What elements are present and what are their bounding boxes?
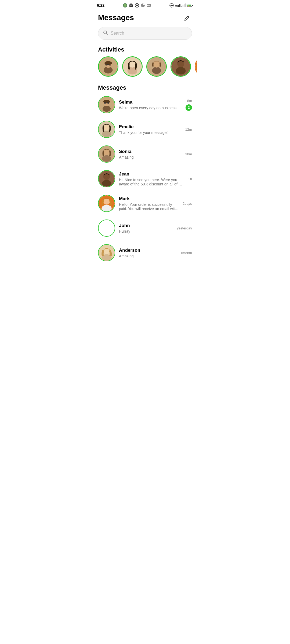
status-app-icons — [123, 3, 151, 8]
search-container: Search — [93, 25, 197, 44]
pencil-icon — [184, 15, 190, 21]
message-item-jean[interactable]: Jean Hi! Nice to see you here. Were you … — [93, 166, 197, 191]
message-meta-jean: 1h — [188, 177, 192, 181]
message-item-mark[interactable]: Mark Hello! Your order is successfully p… — [93, 191, 197, 216]
message-badge-selma: 2 — [186, 104, 192, 111]
avatar-anderson — [98, 244, 115, 261]
avatar-mark — [98, 195, 115, 212]
message-time-mark: 2days — [183, 202, 192, 206]
svg-rect-12 — [178, 5, 179, 7]
message-item-sonia[interactable]: Sonia Amazing 30m — [93, 142, 197, 166]
circle-icon — [135, 3, 139, 8]
svg-point-55 — [102, 155, 111, 162]
svg-rect-16 — [183, 5, 183, 7]
message-preview-mark: Hello! Your order is successfully paid. … — [119, 202, 179, 211]
avatar-john — [98, 219, 115, 237]
svg-point-61 — [102, 205, 112, 212]
message-preview-anderson: Amazing — [119, 254, 177, 258]
activity-avatar-2[interactable] — [122, 56, 143, 77]
svg-text:⚡: ⚡ — [188, 5, 190, 7]
message-name-john: John — [119, 223, 173, 228]
svg-point-5 — [136, 5, 138, 6]
message-list: Selma We're open every day on business h… — [93, 92, 197, 265]
message-item-selma[interactable]: Selma We're open every day on business h… — [93, 92, 197, 117]
svg-point-45 — [103, 106, 111, 112]
activity-avatar-1[interactable] — [98, 56, 118, 77]
message-item-john[interactable]: John Hurray yesterday — [93, 216, 197, 240]
message-content-john: John Hurray — [119, 223, 173, 233]
message-meta-selma: 8m 2 — [186, 99, 192, 111]
svg-line-24 — [106, 34, 107, 35]
svg-point-58 — [102, 180, 111, 186]
message-item-anderson[interactable]: Anderson Amazing 1month — [93, 240, 197, 265]
avatar-emelie — [98, 121, 115, 138]
message-preview-sonia: Amazing — [119, 155, 182, 159]
svg-point-37 — [153, 61, 160, 68]
search-bar[interactable]: Search — [98, 27, 192, 40]
image-icon — [146, 3, 151, 8]
message-name-sonia: Sonia — [119, 149, 182, 154]
svg-point-36 — [152, 67, 161, 74]
activities-section-title: Activities — [93, 44, 197, 56]
message-time-selma: 8m — [187, 99, 192, 103]
message-preview-selma: We're open every day on business hours. — [119, 106, 182, 110]
message-name-emelie: Emelie — [119, 124, 182, 130]
message-name-anderson: Anderson — [119, 248, 177, 253]
photo-app-icon — [123, 3, 128, 8]
message-name-jean: Jean — [119, 171, 184, 177]
svg-rect-10 — [171, 5, 173, 6]
message-time-anderson: 1month — [180, 251, 192, 255]
svg-point-39 — [176, 67, 186, 75]
avatar-selma — [98, 96, 115, 113]
pac-icon — [140, 3, 145, 8]
message-preview-john: Hurray — [119, 229, 173, 233]
message-content-anderson: Anderson Amazing — [119, 248, 177, 258]
svg-point-3 — [131, 5, 132, 6]
activity-avatar-3[interactable] — [146, 56, 167, 77]
svg-text:4G: 4G — [175, 5, 178, 7]
message-item-emelie[interactable]: Emelie Thank you for your message! 12m — [93, 117, 197, 142]
battery-icon: ⚡ — [187, 3, 193, 7]
search-placeholder: Search — [111, 31, 124, 36]
message-name-mark: Mark — [119, 196, 179, 202]
message-time-emelie: 12m — [185, 127, 192, 131]
status-bar: 6:22 4G — [93, 0, 197, 10]
message-meta-anderson: 1month — [180, 251, 192, 255]
message-content-selma: Selma We're open every day on business h… — [119, 100, 182, 110]
message-time-jean: 1h — [188, 177, 192, 181]
avatar-sonia — [98, 145, 115, 163]
message-meta-mark: 2days — [183, 202, 192, 206]
page-title: Messages — [98, 13, 134, 22]
message-name-selma: Selma — [119, 100, 182, 105]
activity-avatar-5[interactable] — [195, 56, 197, 77]
edit-button[interactable] — [182, 13, 192, 23]
system-icons: 4G ⚡ — [169, 3, 193, 8]
message-content-emelie: Emelie Thank you for your message! — [119, 124, 182, 135]
search-icon — [103, 30, 108, 36]
message-content-jean: Jean Hi! Nice to see you here. Were you … — [119, 171, 184, 186]
svg-point-2 — [130, 5, 131, 6]
messages-section-title: Messages — [93, 82, 197, 92]
activity-avatar-4[interactable] — [171, 56, 191, 77]
app-header: Messages — [93, 10, 197, 25]
message-preview-emelie: Thank you for your message! — [119, 130, 182, 135]
message-content-mark: Mark Hello! Your order is successfully p… — [119, 196, 179, 211]
message-content-sonia: Sonia Amazing — [119, 149, 182, 159]
message-time-sonia: 30m — [185, 152, 192, 156]
status-time: 6:22 — [97, 3, 104, 8]
signal-icon — [182, 3, 186, 7]
svg-point-1 — [124, 4, 126, 7]
message-meta-john: yesterday — [177, 226, 192, 230]
minus-icon — [169, 3, 174, 8]
svg-point-41 — [195, 57, 197, 76]
message-meta-emelie: 12m — [185, 127, 192, 131]
message-meta-sonia: 30m — [185, 152, 192, 156]
svg-rect-18 — [185, 3, 186, 7]
svg-rect-13 — [179, 4, 180, 7]
svg-rect-15 — [182, 6, 182, 7]
svg-rect-14 — [180, 4, 180, 7]
svg-rect-20 — [192, 5, 193, 6]
ghost-icon — [129, 3, 133, 8]
message-time-john: yesterday — [177, 226, 192, 230]
4g-signal-icon: 4G — [175, 3, 181, 7]
